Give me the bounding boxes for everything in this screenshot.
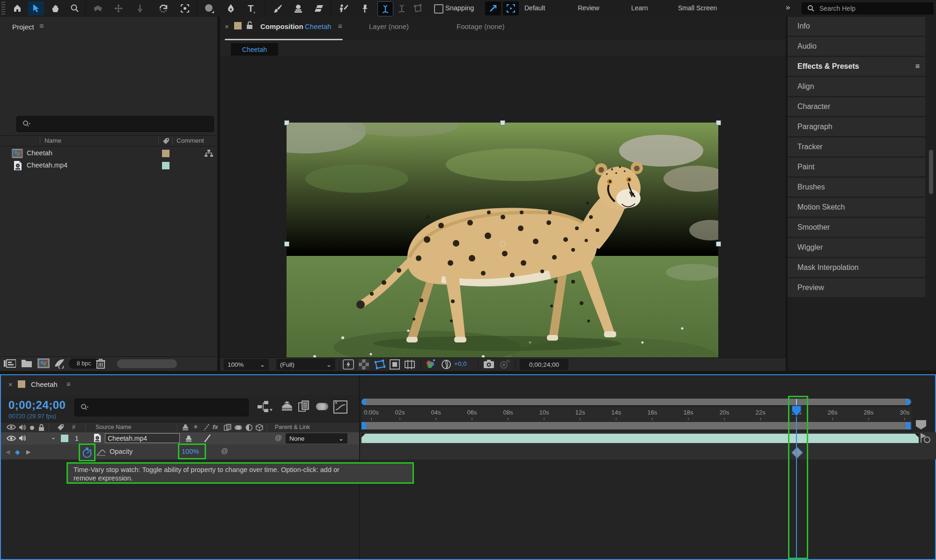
snap-bounds-icon[interactable] — [503, 1, 519, 15]
text-tool-icon[interactable]: T, — [243, 1, 259, 15]
project-search-box[interactable] — [16, 116, 214, 132]
work-area-start-handle[interactable] — [361, 422, 366, 429]
selection-handle[interactable] — [716, 120, 721, 125]
graph-editor-icon[interactable] — [333, 400, 347, 414]
new-folder-icon[interactable] — [21, 358, 32, 368]
footage-viewer-tab[interactable]: Footage (none) — [457, 22, 505, 30]
layer-viewer-tab[interactable]: Layer (none) — [369, 22, 409, 30]
project-row-cheetah-comp[interactable]: Cheetah — [0, 147, 217, 160]
property-name[interactable]: Opacity — [110, 448, 133, 455]
pan-camera-tool-icon[interactable] — [111, 1, 126, 15]
channel-color-icon[interactable] — [425, 359, 435, 370]
viewer-timecode[interactable]: 0;00;24;00 — [520, 359, 568, 370]
panel-tab-brushes[interactable]: Brushes — [788, 178, 925, 196]
new-composition-icon[interactable] — [37, 358, 50, 368]
snapshot-camera-icon[interactable] — [483, 359, 494, 369]
layer-label-swatch[interactable] — [61, 435, 68, 442]
viewer-menu-icon[interactable]: ≡ — [338, 22, 342, 30]
timeline-menu-icon[interactable]: ≡ — [66, 380, 71, 388]
puppet-pin-tool-icon[interactable] — [357, 1, 373, 15]
local-axis-mode-icon[interactable] — [377, 1, 393, 16]
panel-tab-paint[interactable]: Paint — [788, 158, 925, 176]
label-column-icon[interactable] — [162, 138, 170, 145]
timeline-tab-name[interactable]: Cheetah — [31, 380, 58, 388]
flowchart-icon[interactable] — [205, 149, 213, 158]
graph-overlay-icon[interactable] — [96, 449, 106, 456]
zoom-tool-icon[interactable] — [67, 1, 83, 15]
label-swatch-tan[interactable] — [162, 150, 170, 157]
help-search-input[interactable] — [818, 4, 923, 13]
sidebar-scrollbar[interactable] — [929, 150, 933, 194]
snap-pickwhip-icon[interactable] — [485, 1, 501, 15]
orbit-camera-tool-icon[interactable] — [90, 1, 106, 15]
composition-image-cheetah[interactable] — [287, 123, 718, 365]
project-panel-menu-icon[interactable]: ≡ — [39, 22, 44, 30]
hand-tool-icon[interactable] — [48, 1, 64, 15]
timeline-search-input[interactable] — [93, 403, 235, 412]
pen-tool-icon[interactable] — [223, 1, 239, 15]
comp-label-swatch[interactable] — [234, 22, 242, 29]
camera-tool-icon[interactable] — [177, 1, 193, 15]
video-eye-icon[interactable] — [7, 424, 16, 430]
region-of-interest-icon[interactable] — [390, 359, 400, 370]
composition-subtab-cheetah[interactable]: Cheetah — [231, 43, 278, 56]
composition-viewport[interactable] — [220, 56, 786, 357]
layer-duration-bar[interactable] — [361, 434, 919, 443]
selection-tool-icon[interactable] — [28, 1, 44, 15]
resolution-dropdown[interactable]: (Full)⌄ — [276, 359, 335, 370]
time-navigator-bar[interactable] — [361, 399, 912, 405]
frame-blending-icon[interactable] — [298, 400, 310, 413]
workspace-tab-learn[interactable]: Learn — [631, 4, 648, 12]
close-icon[interactable]: × — [225, 22, 229, 30]
panel-tab-wiggler[interactable]: Wiggler — [788, 238, 925, 257]
composition-tab-name[interactable]: Cheetah — [305, 22, 332, 30]
brush-tool-icon[interactable] — [270, 1, 286, 15]
workspace-tab-default[interactable]: Default — [524, 4, 545, 12]
column-comment[interactable]: Comment — [177, 137, 204, 144]
project-row-cheetah-mp4[interactable]: Cheetah.mp4 — [0, 160, 217, 172]
unlock-icon[interactable] — [246, 21, 253, 29]
parent-dropdown[interactable]: None⌄ — [286, 433, 347, 444]
roto-brush-tool-icon[interactable] — [335, 1, 351, 15]
lock-icon[interactable] — [38, 424, 44, 431]
comp-marker-bin-icon[interactable] — [915, 419, 927, 430]
layer-row-cheetah[interactable]: ⌄ 1 Cheetah.mp4 @ None⌄ — [1, 432, 359, 444]
help-search-box[interactable] — [802, 2, 934, 15]
mask-visibility-icon[interactable] — [374, 359, 386, 370]
label-swatch-teal[interactable] — [162, 162, 170, 169]
world-axis-mode-icon[interactable] — [394, 1, 409, 15]
close-icon[interactable]: × — [8, 380, 13, 388]
clone-stamp-tool-icon[interactable] — [290, 1, 306, 15]
work-area-end-handle[interactable] — [906, 422, 911, 429]
parent-link-column[interactable]: Parent & Link — [275, 424, 310, 430]
home-icon[interactable] — [9, 1, 25, 15]
snapping-checkbox[interactable] — [434, 4, 443, 14]
panel-tab-effects-presets[interactable]: Effects & Presets ≡ — [788, 57, 925, 76]
selection-handle[interactable] — [284, 241, 289, 247]
eraser-tool-icon[interactable] — [311, 1, 327, 15]
solo-icon[interactable] — [30, 426, 34, 430]
bit-depth-button[interactable]: 8 bpc — [69, 358, 99, 369]
layer-expand-chevron[interactable]: ⌄ — [51, 433, 56, 441]
current-time-display[interactable]: 0;00;24;00 — [8, 399, 66, 412]
layer-number-column[interactable]: # — [72, 424, 75, 430]
panel-tab-audio[interactable]: Audio — [788, 37, 925, 56]
panel-tab-paragraph[interactable]: Paragraph — [788, 117, 925, 136]
panel-tab-preview[interactable]: Preview — [788, 278, 925, 297]
exposure-value[interactable]: +0,0 — [454, 360, 467, 367]
workspace-overflow-chevrons[interactable]: » — [786, 3, 790, 12]
transparency-grid-icon[interactable] — [359, 359, 369, 370]
audio-speaker-icon[interactable] — [19, 435, 26, 442]
toolbar-grip[interactable] — [1, 2, 5, 15]
project-horizontal-scrollbar[interactable] — [117, 359, 177, 368]
project-settings-icon[interactable] — [4, 358, 16, 369]
panel-tab-mask-interpolation[interactable]: Mask Interpolation — [788, 258, 925, 277]
audio-speaker-icon[interactable] — [19, 424, 26, 431]
panel-menu-icon[interactable]: ≡ — [915, 62, 920, 71]
layer-anchor-point[interactable] — [500, 241, 506, 247]
mini-flowchart-icon[interactable] — [258, 400, 273, 413]
timeline-search-box[interactable] — [74, 399, 249, 416]
exposure-icon[interactable] — [441, 359, 451, 370]
grid-guides-icon[interactable] — [404, 359, 416, 370]
selection-handle[interactable] — [284, 120, 289, 125]
